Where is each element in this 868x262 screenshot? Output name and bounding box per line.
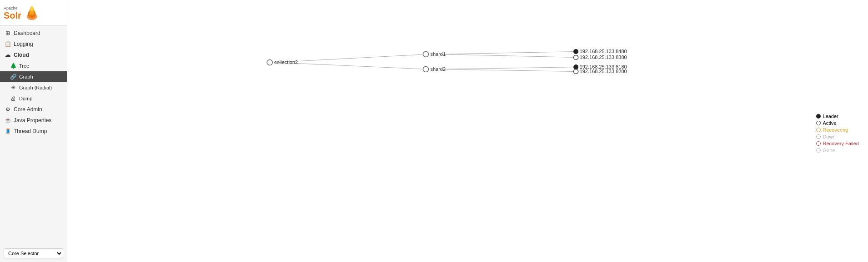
node2-label: 192.168.25.133:8380	[580, 54, 627, 60]
legend-item-active: Active	[816, 120, 859, 126]
sidebar-label-graph-radial: Graph (Radial)	[19, 85, 52, 90]
legend-item-leader: Leader	[816, 114, 859, 119]
legend-label-recovery-failed: Recovery Failed	[823, 141, 859, 146]
logo-area: Apache Solr	[0, 0, 67, 26]
shard1-label: shard1	[430, 51, 446, 57]
legend-item-recovering: Recovering	[816, 127, 859, 133]
legend-label-active: Active	[823, 120, 837, 126]
edge-shard1-node1	[440, 51, 577, 54]
sidebar-item-logging[interactable]: 📋 Logging	[0, 39, 67, 49]
sidebar-label-core-admin: Core Admin	[14, 106, 42, 113]
graph-icon: 🔗	[10, 74, 16, 80]
node2-circle	[574, 55, 578, 59]
content-area: collection2 shard1 shard2 192.168.25.133…	[67, 0, 868, 262]
node4-circle	[574, 69, 578, 74]
solr-label: Solr	[4, 10, 21, 21]
graph-svg: collection2 shard1 shard2 192.168.25.133…	[67, 0, 868, 262]
legend-dot-leader	[816, 114, 821, 119]
sidebar-item-graph[interactable]: 🔗 Graph	[0, 71, 67, 82]
dashboard-icon: ⊞	[5, 30, 11, 36]
node3-circle	[574, 64, 578, 69]
apache-label: Apache	[4, 6, 21, 10]
sidebar-label-dashboard: Dashboard	[14, 30, 40, 36]
sidebar-nav: ⊞ Dashboard 📋 Logging ☁ Cloud 🌲 Tree 🔗 G…	[0, 26, 67, 245]
legend-label-leader: Leader	[823, 114, 838, 119]
svg-point-5	[32, 10, 35, 15]
sidebar-label-cloud: Cloud	[14, 52, 29, 58]
collection-node	[267, 59, 272, 65]
dump-icon: 🖨	[10, 95, 16, 102]
legend-label-down: Down	[823, 134, 836, 139]
legend-item-down: Down	[816, 134, 859, 139]
sidebar-item-java-properties[interactable]: ☕ Java Properties	[0, 115, 67, 126]
sidebar: Apache Solr ⊞ Dashboard 📋 Loggi	[0, 0, 67, 262]
sidebar-label-logging: Logging	[14, 41, 33, 47]
cloud-icon: ☁	[5, 52, 11, 58]
graph-area: collection2 shard1 shard2 192.168.25.133…	[67, 0, 868, 262]
sidebar-label-tree: Tree	[19, 63, 29, 69]
sidebar-item-dump[interactable]: 🖨 Dump	[0, 93, 67, 104]
graph-radial-icon: ✳	[10, 84, 16, 91]
legend-item-gone: Gone	[816, 148, 859, 153]
core-admin-icon: ⚙	[5, 106, 11, 113]
legend-dot-down	[816, 134, 821, 139]
shard2-label: shard2	[430, 66, 446, 72]
svg-point-4	[29, 10, 32, 15]
legend-dot-active	[816, 121, 821, 125]
node1-label: 192.168.25.133:8480	[580, 49, 627, 54]
legend-label-recovering: Recovering	[823, 127, 848, 133]
shard1-node	[423, 51, 428, 57]
sidebar-label-thread-dump: Thread Dump	[14, 128, 47, 134]
collection-label: collection2	[274, 59, 298, 65]
edge-shard1-node2	[440, 54, 577, 57]
shard2-node	[423, 66, 428, 72]
sidebar-item-thread-dump[interactable]: 🧵 Thread Dump	[0, 126, 67, 137]
core-selector-container: Core Selector	[4, 248, 63, 258]
java-icon: ☕	[5, 117, 11, 124]
main-layout: Apache Solr ⊞ Dashboard 📋 Loggi	[0, 0, 868, 262]
sidebar-label-dump: Dump	[19, 96, 32, 101]
logging-icon: 📋	[5, 41, 11, 47]
legend-item-recovery-failed: Recovery Failed	[816, 141, 859, 146]
legend-dot-recovering	[816, 128, 821, 132]
sidebar-item-core-admin[interactable]: ⚙ Core Admin	[0, 104, 67, 115]
node4-label: 192.168.25.133:8280	[580, 69, 627, 74]
thread-dump-icon: 🧵	[5, 128, 11, 134]
logo-text: Apache Solr	[4, 6, 21, 21]
solr-logo-icon	[23, 5, 40, 22]
edge-shard2-node4	[440, 69, 577, 71]
node1-circle	[574, 49, 578, 54]
sidebar-item-graph-radial[interactable]: ✳ Graph (Radial)	[0, 82, 67, 93]
legend-dot-recovery-failed	[816, 141, 821, 146]
legend: Leader Active Recovering Down Recovery F…	[816, 114, 859, 154]
sidebar-label-java-properties: Java Properties	[14, 117, 51, 124]
tree-icon: 🌲	[10, 63, 16, 69]
sidebar-label-graph: Graph	[19, 74, 33, 79]
sidebar-item-dashboard[interactable]: ⊞ Dashboard	[0, 28, 67, 39]
legend-dot-gone	[816, 148, 821, 153]
sidebar-item-tree[interactable]: 🌲 Tree	[0, 60, 67, 71]
legend-label-gone: Gone	[823, 148, 835, 153]
edge-shard2-node3	[440, 67, 577, 69]
core-selector-dropdown[interactable]: Core Selector	[4, 248, 63, 258]
sidebar-item-cloud[interactable]: ☁ Cloud	[0, 49, 67, 60]
